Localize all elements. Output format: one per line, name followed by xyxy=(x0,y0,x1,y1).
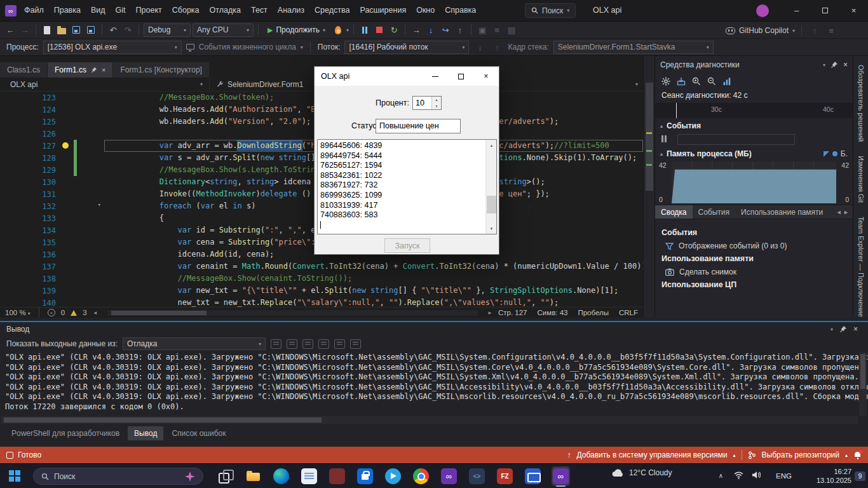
new-file-icon[interactable] xyxy=(41,24,53,36)
panel-tab[interactable]: Вывод xyxy=(128,426,163,440)
restart-icon[interactable]: ↻ xyxy=(388,24,400,36)
diagnostics-timeline[interactable]: 30с 40с xyxy=(655,103,853,118)
run-button[interactable]: Запуск xyxy=(384,238,430,253)
menu-item[interactable]: Средства xyxy=(309,0,355,21)
legacy-app-taskbar-icon[interactable] xyxy=(328,466,346,486)
list-row[interactable]: 869993625: 1099 xyxy=(320,191,496,201)
copilot-group[interactable]: GitHub Copilot ▾ ↑ ≡ xyxy=(726,22,837,39)
notifications-bell-icon[interactable] xyxy=(853,451,862,459)
mail-app-taskbar-icon[interactable] xyxy=(524,466,542,486)
list-row[interactable]: 810331939: 417 xyxy=(320,201,496,211)
section-collapse-icon[interactable]: ▴ xyxy=(660,151,663,157)
eol-indicator[interactable]: CRLF xyxy=(619,309,638,316)
step-over-icon[interactable]: ↪ xyxy=(439,24,452,36)
network-icon[interactable] xyxy=(734,471,743,479)
chevron-down-icon[interactable]: ▾ xyxy=(831,327,833,332)
export-icon[interactable] xyxy=(677,77,686,86)
hot-reload-icon[interactable] xyxy=(332,24,344,36)
show-next-statement-icon[interactable]: → xyxy=(410,24,423,36)
maximize-button[interactable] xyxy=(811,0,839,21)
scroll-right-icon[interactable]: ► xyxy=(487,310,492,316)
results-listbox[interactable]: 896445606: 4839896449754: 5444762565127:… xyxy=(317,139,497,234)
show-events-link[interactable]: Отображение событий (0 из 0) xyxy=(665,241,846,250)
notepad-taskbar-icon[interactable] xyxy=(300,466,318,486)
list-row[interactable]: 885342361: 1022 xyxy=(320,171,496,181)
menu-item[interactable]: Тест xyxy=(246,0,273,21)
open-file-icon[interactable] xyxy=(55,24,68,36)
chevron-down-icon[interactable]: ▾ xyxy=(823,62,825,68)
find-message-icon[interactable] xyxy=(271,339,281,349)
diagnostics-tab[interactable]: События xyxy=(693,205,736,219)
break-all-icon[interactable] xyxy=(358,24,371,36)
autoscroll-icon[interactable] xyxy=(350,339,361,349)
document-tab[interactable]: Form1.cs [Конструктор] xyxy=(113,62,208,78)
stop-debugging-icon[interactable] xyxy=(373,24,386,36)
output-source-dropdown[interactable]: Отладка▾ xyxy=(123,337,266,350)
select-repository-button[interactable]: Выбрать репозиторий xyxy=(762,451,839,459)
spaces-indicator[interactable]: Пробелы xyxy=(578,309,609,316)
settings-gear-icon[interactable] xyxy=(661,77,670,86)
scroll-up-icon[interactable]: ▲ xyxy=(486,140,497,151)
list-row[interactable]: 896445606: 4839 xyxy=(320,141,496,151)
breadcrumb-type-dropdown[interactable]: SeleniumDriver.Form1 xyxy=(210,78,309,91)
pin-icon[interactable] xyxy=(91,67,97,73)
diagnostics-tab[interactable]: Сводка xyxy=(655,205,693,219)
scrollbar-thumb[interactable] xyxy=(646,83,653,191)
word-wrap-icon[interactable] xyxy=(334,339,345,349)
menu-item[interactable]: Справка xyxy=(440,0,481,21)
redo-icon[interactable]: ↷ xyxy=(121,24,134,36)
user-avatar[interactable] xyxy=(756,4,769,17)
code-line[interactable]: 139 var new_txt = "{\"title\"" + el.Spli… xyxy=(0,285,643,297)
flag-down-icon[interactable]: ↓ xyxy=(473,41,486,53)
volume-icon[interactable] xyxy=(752,471,761,479)
comment-icon[interactable]: ▤ xyxy=(505,24,518,36)
zoom-in-icon[interactable] xyxy=(692,77,701,86)
code-dark-taskbar-icon[interactable] xyxy=(468,466,486,486)
weather-widget[interactable]: 12°C Cloudy xyxy=(612,468,672,477)
step-into-icon[interactable]: ↓ xyxy=(424,24,437,36)
diagnostics-tab[interactable]: Использование памяти xyxy=(735,205,829,219)
pin-icon[interactable] xyxy=(831,61,838,69)
menu-item[interactable]: Сборка xyxy=(167,0,205,21)
menu-item[interactable]: Отладка xyxy=(205,0,246,21)
memory-section-header[interactable]: Память процесса (МБ) xyxy=(667,149,752,158)
output-horizontal-scrollbar[interactable] xyxy=(1,416,858,424)
navigate-back-icon[interactable]: ← xyxy=(4,24,17,36)
percent-stepper[interactable]: 10 ▲ ▼ xyxy=(412,96,442,110)
task-view-taskbar-icon[interactable] xyxy=(216,466,234,486)
goto-previous-icon[interactable] xyxy=(287,339,297,349)
output-vertical-scrollbar[interactable] xyxy=(859,353,867,416)
undo-icon[interactable]: ↶ xyxy=(107,24,119,36)
visual-studio-taskbar-icon[interactable] xyxy=(552,466,570,486)
scroll-down-icon[interactable]: ▼ xyxy=(486,223,497,234)
zoom-out-icon[interactable] xyxy=(707,77,716,86)
list-row[interactable]: 740883603: 583 xyxy=(320,210,496,220)
lightbulb-icon[interactable] xyxy=(62,142,69,149)
share-icon[interactable]: ↑ xyxy=(808,24,821,37)
errors-icon[interactable]: × xyxy=(48,309,55,316)
minimize-button[interactable]: – xyxy=(782,0,811,21)
hidden-icons-chevron[interactable]: ∧ xyxy=(719,472,723,479)
file-explorer-taskbar-icon[interactable] xyxy=(244,466,262,486)
tool-window-tab[interactable]: Обозреватель решений xyxy=(857,65,865,142)
warnings-icon[interactable] xyxy=(71,310,77,316)
taskbar-search[interactable]: Поиск xyxy=(33,468,203,485)
menu-item[interactable]: Вид xyxy=(86,0,111,21)
chart-icon[interactable] xyxy=(722,77,731,86)
output-text[interactable]: "OLX api.exe" (CLR v4.0.30319: OLX api.e… xyxy=(0,351,868,416)
visual-studio-taskbar-icon[interactable] xyxy=(440,466,458,486)
scroll-left-icon[interactable]: ◄ xyxy=(93,310,98,316)
thread-dropdown[interactable]: [16416] Рабочий поток▾ xyxy=(344,41,469,54)
clear-all-icon[interactable] xyxy=(318,339,329,349)
step-out-icon[interactable]: ↑ xyxy=(454,24,466,36)
goto-next-icon[interactable] xyxy=(302,339,313,349)
close-button[interactable]: × xyxy=(839,0,868,21)
platform-dropdown[interactable]: Any CPU▾ xyxy=(193,24,254,37)
menu-item[interactable]: Окно xyxy=(411,0,440,21)
microsoft-store-taskbar-icon[interactable] xyxy=(356,466,374,486)
telegram-taskbar-icon[interactable] xyxy=(384,466,402,486)
navigate-forward-icon[interactable]: → xyxy=(18,24,31,36)
process-dropdown[interactable]: [12536] OLX api.exe▾ xyxy=(43,41,182,54)
dialog-titlebar[interactable]: OLX api × xyxy=(315,67,499,86)
stepper-down-icon[interactable]: ▼ xyxy=(432,103,441,109)
